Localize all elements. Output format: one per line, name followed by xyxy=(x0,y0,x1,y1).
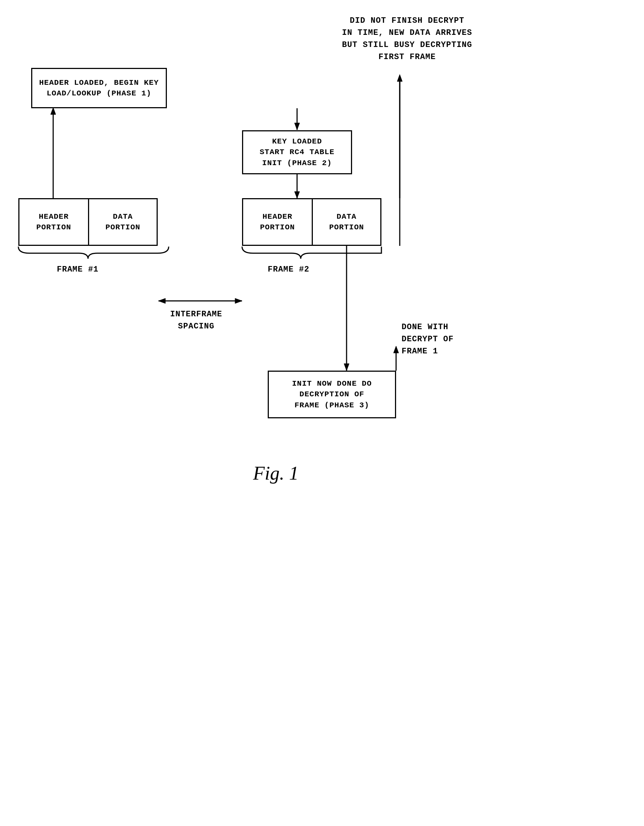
svg-marker-3 xyxy=(294,123,300,130)
figure-label: Fig. 1 xyxy=(253,462,299,484)
frame1-label: FRAME #1 xyxy=(57,264,99,276)
frame2-data-box: DATAPORTION xyxy=(312,198,381,246)
did-not-finish-label: DID NOT FINISH DECRYPTIN TIME, NEW DATA … xyxy=(319,15,495,63)
svg-marker-7 xyxy=(397,75,402,81)
svg-marker-11 xyxy=(344,364,349,371)
frame1-header-box: HEADERPORTION xyxy=(19,198,88,246)
svg-marker-9 xyxy=(393,346,399,353)
svg-marker-13 xyxy=(158,298,166,303)
svg-marker-5 xyxy=(294,191,300,198)
diagram: HEADER LOADED, BEGIN KEY LOAD/LOOKUP (PH… xyxy=(0,0,644,826)
header-loaded-box: HEADER LOADED, BEGIN KEY LOAD/LOOKUP (PH… xyxy=(31,68,167,108)
frame1-data-box: DATAPORTION xyxy=(88,198,158,246)
done-decrypt-label: DONE WITHDECRYPT OFFRAME 1 xyxy=(402,321,454,357)
init-done-box: INIT NOW DONE DODECRYPTION OFFRAME (PHAS… xyxy=(268,371,396,418)
interframe-label: INTERFRAMESPACING xyxy=(154,308,238,332)
svg-marker-1 xyxy=(51,107,56,115)
frame2-header-box: HEADERPORTION xyxy=(242,198,312,246)
svg-marker-14 xyxy=(235,298,242,303)
key-loaded-box: KEY LOADEDSTART RC4 TABLEINIT (PHASE 2) xyxy=(242,130,352,174)
frame2-label: FRAME #2 xyxy=(268,264,310,276)
